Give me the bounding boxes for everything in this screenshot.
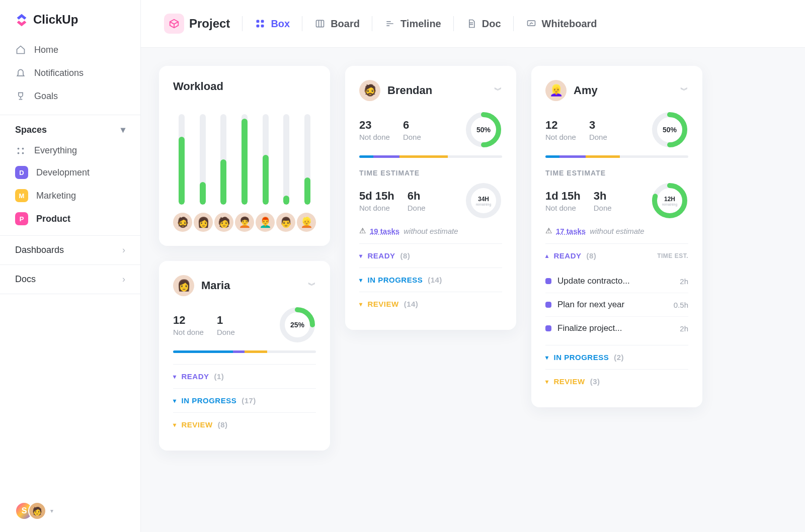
space-label: Product — [36, 214, 70, 224]
task-row[interactable]: Update contracto...2h — [545, 270, 688, 293]
tasks-link[interactable]: 17 tasks — [556, 227, 586, 235]
tasks-link[interactable]: 19 tasks — [370, 227, 399, 235]
stat-value: 1 — [217, 314, 235, 327]
estimate-warning[interactable]: ⚠ 17 tasks without estimate — [545, 226, 688, 243]
chevron-up-icon: ▴ — [545, 252, 549, 259]
trophy-icon — [15, 91, 26, 102]
time-ring: 12Hremaining — [651, 182, 688, 219]
workload-bar[interactable] — [215, 114, 232, 205]
svg-point-2 — [18, 152, 20, 154]
avatar[interactable]: 👩 — [194, 213, 213, 232]
workload-bar[interactable] — [299, 114, 316, 205]
sidebar-space-product[interactable]: P Product — [0, 207, 140, 230]
chevron-down-icon: ▾ — [359, 277, 363, 284]
stat-value: 5d 15h — [359, 190, 394, 203]
nav-notifications[interactable]: Notifications — [0, 61, 140, 84]
estimate-warning[interactable]: ⚠ 19 tasks without estimate — [359, 226, 502, 243]
stat-value: 3 — [589, 119, 607, 132]
sidebar-space-development[interactable]: D Development — [0, 161, 140, 184]
workload-bar[interactable] — [257, 114, 274, 205]
collapse-icon[interactable]: ︾ — [680, 85, 688, 96]
profile-switcher[interactable]: S 🧑 ▾ — [0, 490, 140, 532]
view-tab-board[interactable]: Board — [307, 13, 367, 35]
svg-point-3 — [22, 152, 24, 154]
avatar[interactable]: 🧑‍🦱 — [235, 213, 254, 232]
sidebar-docs[interactable]: Docs › — [0, 265, 140, 294]
board-content: Workload 🧔👩🧑🧑‍🦱👨‍🦰👨👱 👩 Maria ︾ — [141, 48, 805, 469]
project-title[interactable]: Project — [157, 9, 237, 39]
nav-goals[interactable]: Goals — [0, 84, 140, 108]
task-estimate: 0.5h — [674, 301, 688, 309]
cube-icon — [164, 14, 184, 34]
collapse-icon[interactable]: ︾ — [494, 85, 502, 96]
nav-label: Goals — [34, 91, 58, 102]
space-label: Development — [36, 167, 90, 178]
avatar[interactable]: 👨‍🦰 — [256, 213, 275, 232]
group-ready[interactable]: ▾READY(1) — [173, 364, 316, 388]
progress-percent: 25% — [279, 306, 316, 343]
group-count: (8) — [400, 251, 411, 260]
collapse-icon[interactable]: ︾ — [308, 281, 316, 291]
group-in-progress[interactable]: ▾IN PROGRESS(14) — [359, 268, 502, 292]
remaining-label: remaining — [662, 203, 678, 206]
group-review[interactable]: ▾REVIEW(14) — [359, 292, 502, 316]
stat-value: 12 — [545, 119, 576, 132]
task-row[interactable]: Finalize project...2h — [545, 317, 688, 340]
chevron-down-icon: ▾ — [50, 507, 53, 514]
group-in-progress[interactable]: ▾IN PROGRESS(2) — [545, 345, 688, 369]
avatar[interactable]: 🧔 — [173, 213, 192, 232]
avatar[interactable]: 👱 — [297, 213, 316, 232]
task-list: Update contracto...2hPlan for next year0… — [545, 270, 688, 340]
task-name: Update contracto... — [557, 276, 674, 286]
view-tab-whiteboard[interactable]: Whiteboard — [519, 13, 604, 35]
avatar: 👩 — [173, 275, 194, 296]
sidebar-everything[interactable]: Everything — [0, 140, 140, 161]
group-ready[interactable]: ▴READY(8)TIME EST. — [545, 243, 688, 268]
space-badge: D — [15, 166, 28, 179]
sidebar: ClickUp Home Notifications Goals Spaces … — [0, 0, 141, 532]
view-label: Whiteboard — [542, 18, 597, 30]
chevron-down-icon: ▾ — [173, 421, 177, 428]
view-tab-box[interactable]: Box — [248, 13, 297, 35]
workload-bar[interactable] — [194, 114, 211, 205]
avatar[interactable]: 🧑 — [214, 213, 233, 232]
person-card-amy: 👱‍♀️ Amy ︾ 12Not done 3Done 50% — [531, 66, 702, 407]
folder-label: Dashboards — [15, 245, 64, 255]
sidebar-dashboards[interactable]: Dashboards › — [0, 236, 140, 264]
nav-home[interactable]: Home — [0, 38, 140, 61]
view-tab-doc[interactable]: Doc — [459, 13, 508, 35]
group-label: IN PROGRESS — [368, 276, 423, 284]
workload-avatars: 🧔👩🧑🧑‍🦱👨‍🦰👨👱 — [173, 213, 316, 232]
primary-nav: Home Notifications Goals — [0, 36, 140, 110]
svg-point-0 — [18, 147, 20, 149]
workload-bar[interactable] — [173, 114, 190, 205]
status-dot — [545, 302, 551, 308]
time-estimate-label: TIME ESTIMATE — [545, 169, 688, 177]
progress-ring: 50% — [651, 111, 688, 148]
progress-ring: 50% — [465, 111, 502, 148]
grid-dots-icon — [15, 146, 26, 155]
workload-bar[interactable] — [236, 114, 253, 205]
workload-chart — [173, 104, 316, 205]
brand-name: ClickUp — [33, 13, 78, 27]
main: Project Box Board Timeline Doc — [141, 0, 805, 532]
avatar[interactable]: 👨 — [276, 213, 295, 232]
user-avatar: 🧑 — [28, 502, 46, 520]
svg-rect-5 — [261, 20, 264, 23]
logo[interactable]: ClickUp — [0, 0, 140, 36]
group-in-progress[interactable]: ▾IN PROGRESS(17) — [173, 388, 316, 412]
view-tab-timeline[interactable]: Timeline — [377, 13, 448, 35]
group-review[interactable]: ▾REVIEW(8) — [173, 412, 316, 436]
view-label: Box — [271, 18, 290, 30]
sidebar-space-marketing[interactable]: M Marketing — [0, 184, 140, 207]
group-label: IN PROGRESS — [554, 353, 609, 362]
chevron-down-icon: ▾ — [359, 252, 363, 259]
group-review[interactable]: ▾REVIEW(3) — [545, 369, 688, 393]
task-row[interactable]: Plan for next year0.5h — [545, 293, 688, 317]
workload-bar[interactable] — [278, 114, 295, 205]
stat-label: Done — [408, 204, 426, 212]
group-label: READY — [554, 251, 582, 260]
group-ready[interactable]: ▾READY(8) — [359, 243, 502, 268]
group-label: REVIEW — [182, 420, 213, 429]
spaces-header[interactable]: Spaces ▾ — [0, 115, 140, 140]
